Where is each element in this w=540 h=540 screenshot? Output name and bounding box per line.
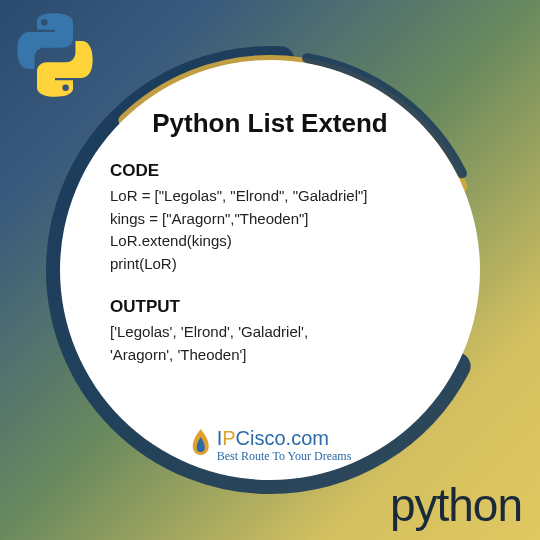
- code-line: LoR.extend(kings): [110, 230, 448, 253]
- code-line: LoR = ["Legolas", "Elrond", "Galadriel"]: [110, 185, 448, 208]
- brand-name: IPCisco.com: [217, 428, 352, 448]
- content-panel: Python List Extend CODE LoR = ["Legolas"…: [60, 60, 480, 480]
- output-line: ['Legolas', 'Elrond', 'Galadriel',: [110, 321, 448, 344]
- brand-tagline: Best Route To Your Dreams: [217, 450, 352, 462]
- page-title: Python List Extend: [92, 108, 448, 139]
- content-circle: Python List Extend CODE LoR = ["Legolas"…: [60, 60, 480, 480]
- output-heading: OUTPUT: [110, 297, 448, 317]
- python-logo-icon: [10, 10, 100, 100]
- output-line: 'Aragorn', 'Theoden']: [110, 344, 448, 367]
- code-line: print(LoR): [110, 253, 448, 276]
- python-wordmark: python: [390, 478, 522, 532]
- flame-icon: [189, 429, 213, 461]
- code-line: kings = ["Aragorn","Theoden"]: [110, 208, 448, 231]
- ipcisco-logo: IPCisco.com Best Route To Your Dreams: [189, 428, 352, 462]
- code-heading: CODE: [110, 161, 448, 181]
